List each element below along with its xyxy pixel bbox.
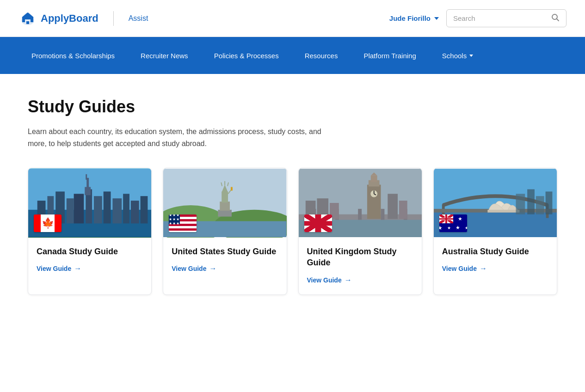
uk-card-title: United Kingdom Study Guide — [307, 246, 413, 269]
nav-item-promotions[interactable]: Promotions & Scholarships — [18, 37, 128, 74]
canada-card-body: Canada Study Guide View Guide → — [28, 238, 151, 283]
assist-link[interactable]: Assist — [129, 14, 148, 23]
header: ApplyBoard Assist Jude Fiorillo — [0, 0, 585, 37]
nav-item-platform-training[interactable]: Platform Training — [351, 37, 429, 74]
user-name: Jude Fiorillo — [389, 14, 431, 22]
svg-rect-29 — [231, 187, 233, 191]
australia-card[interactable]: ★ ★ ★ ★ ★ Australia Study Guide View Gui… — [433, 168, 557, 295]
svg-rect-22 — [220, 202, 230, 211]
svg-rect-36 — [358, 209, 362, 220]
arrow-right-icon: → — [480, 264, 487, 273]
cards-grid: 🍁 Canada Study Guide View Guide → — [28, 168, 557, 295]
svg-rect-14 — [141, 196, 148, 223]
usa-stars: ★★★★★★★★★ — [169, 214, 180, 226]
svg-rect-56 — [487, 210, 519, 213]
chevron-down-icon — [434, 17, 439, 20]
search-input[interactable] — [453, 14, 548, 22]
search-button[interactable] — [551, 13, 560, 23]
svg-rect-9 — [94, 196, 102, 223]
page-description: Learn about each country, its education … — [28, 126, 328, 149]
uk-view-guide-link[interactable]: View Guide → — [307, 276, 413, 284]
usa-view-guide-link[interactable]: View Guide → — [172, 264, 278, 273]
aus-flag-inner: ★ ★ ★ ★ ★ — [439, 214, 467, 232]
svg-rect-41 — [370, 176, 377, 182]
nav-item-resources[interactable]: Resources — [292, 37, 351, 74]
svg-rect-6 — [67, 198, 74, 223]
canada-card[interactable]: 🍁 Canada Study Guide View Guide → — [28, 168, 152, 295]
svg-rect-43 — [373, 191, 374, 194]
usa-canton: ★★★★★★★★★ — [169, 214, 180, 224]
svg-rect-17 — [86, 174, 87, 180]
nav-item-recruiter-news[interactable]: Recruiter News — [128, 37, 201, 74]
usa-card[interactable]: ★★★★★★★★★ United States Study Guide View… — [163, 168, 287, 295]
search-icon — [551, 13, 560, 22]
main-content: Study Guides Learn about each country, i… — [0, 74, 585, 318]
uk-card-image — [299, 168, 422, 238]
svg-rect-57 — [516, 194, 525, 214]
svg-rect-11 — [112, 198, 122, 223]
svg-rect-7 — [74, 194, 84, 223]
nav-bar: Promotions & Scholarships Recruiter News… — [0, 37, 585, 74]
canada-card-image: 🍁 — [28, 168, 151, 238]
svg-rect-48 — [388, 194, 398, 219]
maple-leaf-icon: 🍁 — [42, 218, 54, 228]
australia-card-title: Australia Study Guide — [442, 246, 548, 257]
user-menu-button[interactable]: Jude Fiorillo — [389, 14, 439, 22]
uk-card[interactable]: United Kingdom Study Guide View Guide → — [298, 168, 422, 295]
australia-flag: ★ ★ ★ ★ ★ — [439, 214, 467, 232]
uk-card-body: United Kingdom Study Guide View Guide → — [299, 238, 422, 294]
svg-rect-59 — [536, 196, 544, 214]
canada-card-title: Canada Study Guide — [37, 246, 143, 257]
svg-rect-16 — [85, 187, 91, 196]
canada-flag: 🍁 — [34, 214, 62, 232]
usa-card-body: United States Study Guide View Guide → — [163, 238, 286, 283]
header-left: ApplyBoard Assist — [18, 11, 148, 26]
uk-flag-inner — [304, 214, 332, 232]
svg-rect-13 — [131, 201, 139, 223]
australia-card-image: ★ ★ ★ ★ ★ — [434, 168, 557, 238]
svg-rect-10 — [104, 192, 111, 224]
svg-rect-37 — [381, 209, 384, 220]
page-title: Study Guides — [28, 97, 557, 116]
nav-item-schools[interactable]: Schools — [429, 37, 486, 74]
search-box — [446, 9, 567, 27]
arrow-right-icon: → — [345, 276, 352, 284]
svg-rect-60 — [545, 192, 552, 214]
usa-card-image: ★★★★★★★★★ — [163, 168, 286, 238]
usa-flag-inner: ★★★★★★★★★ — [169, 214, 197, 232]
usa-card-title: United States Study Guide — [172, 246, 278, 257]
arrow-right-icon: → — [209, 264, 216, 273]
arrow-right-icon: → — [74, 264, 81, 273]
australia-view-guide-link[interactable]: View Guide → — [442, 264, 548, 273]
nav-item-policies[interactable]: Policies & Processes — [201, 37, 292, 74]
canada-flag-inner: 🍁 — [34, 214, 62, 232]
uk-cross-vertical — [315, 214, 321, 232]
applyboard-logo-icon — [18, 11, 37, 26]
svg-rect-12 — [123, 194, 129, 223]
logo-divider — [113, 11, 114, 26]
svg-rect-49 — [399, 201, 407, 219]
usa-flag: ★★★★★★★★★ — [169, 214, 197, 232]
australia-card-body: Australia Study Guide View Guide → — [434, 238, 557, 283]
canada-view-guide-link[interactable]: View Guide → — [37, 264, 143, 273]
logo[interactable]: ApplyBoard — [18, 11, 99, 26]
svg-rect-39 — [367, 185, 381, 219]
header-right: Jude Fiorillo — [389, 9, 567, 27]
svg-rect-21 — [218, 210, 232, 217]
schools-chevron-icon — [469, 55, 473, 57]
svg-rect-23 — [222, 192, 228, 203]
logo-text: ApplyBoard — [41, 12, 99, 24]
uk-flag — [304, 214, 332, 232]
svg-rect-58 — [527, 190, 535, 214]
